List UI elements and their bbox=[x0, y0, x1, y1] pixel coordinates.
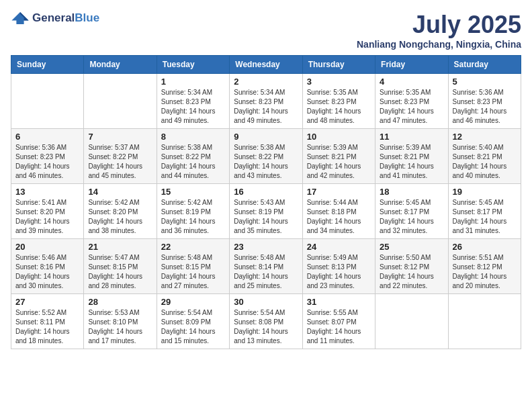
day-number: 31 bbox=[307, 297, 371, 307]
day-info: Sunrise: 5:55 AMSunset: 8:07 PMDaylight:… bbox=[307, 308, 371, 346]
day-info: Sunrise: 5:34 AMSunset: 8:23 PMDaylight:… bbox=[161, 88, 225, 126]
day-number: 5 bbox=[453, 77, 517, 87]
day-info: Sunrise: 5:53 AMSunset: 8:10 PMDaylight:… bbox=[88, 308, 152, 346]
calendar-cell: 27 Sunrise: 5:52 AMSunset: 8:11 PMDaylig… bbox=[11, 294, 84, 349]
day-info: Sunrise: 5:48 AMSunset: 8:14 PMDaylight:… bbox=[234, 253, 298, 291]
calendar-cell bbox=[84, 74, 157, 129]
calendar-cell: 22 Sunrise: 5:48 AMSunset: 8:15 PMDaylig… bbox=[157, 239, 229, 294]
weekday-header-tuesday: Tuesday bbox=[157, 56, 229, 74]
day-number: 16 bbox=[234, 187, 298, 197]
title-area: July 2025 Nanliang Nongchang, Ningxia, C… bbox=[357, 11, 521, 50]
day-info: Sunrise: 5:35 AMSunset: 8:23 PMDaylight:… bbox=[307, 88, 371, 126]
day-number: 14 bbox=[88, 187, 152, 197]
day-number: 26 bbox=[453, 242, 517, 252]
day-info: Sunrise: 5:54 AMSunset: 8:08 PMDaylight:… bbox=[234, 308, 298, 346]
day-number: 23 bbox=[234, 242, 298, 252]
day-info: Sunrise: 5:34 AMSunset: 8:23 PMDaylight:… bbox=[234, 88, 298, 126]
calendar-cell: 16 Sunrise: 5:43 AMSunset: 8:19 PMDaylig… bbox=[230, 184, 302, 239]
weekday-header-monday: Monday bbox=[84, 56, 157, 74]
calendar-cell bbox=[375, 294, 448, 349]
day-info: Sunrise: 5:50 AMSunset: 8:12 PMDaylight:… bbox=[380, 253, 443, 291]
day-info: Sunrise: 5:48 AMSunset: 8:15 PMDaylight:… bbox=[161, 253, 225, 291]
day-number: 20 bbox=[15, 242, 79, 252]
day-number: 15 bbox=[161, 187, 225, 197]
day-number: 18 bbox=[380, 187, 443, 197]
day-number: 8 bbox=[161, 132, 225, 142]
calendar-cell: 9 Sunrise: 5:38 AMSunset: 8:22 PMDayligh… bbox=[230, 129, 302, 184]
day-info: Sunrise: 5:54 AMSunset: 8:09 PMDaylight:… bbox=[161, 308, 225, 346]
weekday-header-wednesday: Wednesday bbox=[230, 56, 302, 74]
day-info: Sunrise: 5:39 AMSunset: 8:21 PMDaylight:… bbox=[307, 143, 371, 181]
day-info: Sunrise: 5:36 AMSunset: 8:23 PMDaylight:… bbox=[453, 88, 517, 126]
week-row-1: 1 Sunrise: 5:34 AMSunset: 8:23 PMDayligh… bbox=[11, 74, 521, 129]
day-number: 24 bbox=[307, 242, 371, 252]
calendar-cell: 8 Sunrise: 5:38 AMSunset: 8:22 PMDayligh… bbox=[157, 129, 229, 184]
calendar-cell: 29 Sunrise: 5:54 AMSunset: 8:09 PMDaylig… bbox=[157, 294, 229, 349]
day-number: 22 bbox=[161, 242, 225, 252]
calendar-cell: 15 Sunrise: 5:42 AMSunset: 8:19 PMDaylig… bbox=[157, 184, 229, 239]
day-number: 25 bbox=[380, 242, 443, 252]
calendar-table: SundayMondayTuesdayWednesdayThursdayFrid… bbox=[11, 55, 521, 349]
day-number: 4 bbox=[380, 77, 443, 87]
day-number: 17 bbox=[307, 187, 371, 197]
day-info: Sunrise: 5:42 AMSunset: 8:20 PMDaylight:… bbox=[88, 198, 152, 236]
location-title: Nanliang Nongchang, Ningxia, China bbox=[357, 39, 521, 50]
calendar-cell: 30 Sunrise: 5:54 AMSunset: 8:08 PMDaylig… bbox=[230, 294, 302, 349]
day-info: Sunrise: 5:52 AMSunset: 8:11 PMDaylight:… bbox=[15, 308, 79, 346]
day-info: Sunrise: 5:43 AMSunset: 8:19 PMDaylight:… bbox=[234, 198, 298, 236]
day-info: Sunrise: 5:35 AMSunset: 8:23 PMDaylight:… bbox=[380, 88, 443, 126]
day-number: 30 bbox=[234, 297, 298, 307]
calendar-cell: 26 Sunrise: 5:51 AMSunset: 8:12 PMDaylig… bbox=[448, 239, 521, 294]
day-info: Sunrise: 5:38 AMSunset: 8:22 PMDaylight:… bbox=[234, 143, 298, 181]
day-number: 28 bbox=[88, 297, 152, 307]
day-number: 29 bbox=[161, 297, 225, 307]
calendar-cell: 7 Sunrise: 5:37 AMSunset: 8:22 PMDayligh… bbox=[84, 129, 157, 184]
calendar-cell: 17 Sunrise: 5:44 AMSunset: 8:18 PMDaylig… bbox=[302, 184, 375, 239]
day-info: Sunrise: 5:46 AMSunset: 8:16 PMDaylight:… bbox=[15, 253, 79, 291]
calendar-cell: 20 Sunrise: 5:46 AMSunset: 8:16 PMDaylig… bbox=[11, 239, 84, 294]
day-info: Sunrise: 5:45 AMSunset: 8:17 PMDaylight:… bbox=[453, 198, 517, 236]
day-number: 7 bbox=[88, 132, 152, 142]
calendar-cell: 3 Sunrise: 5:35 AMSunset: 8:23 PMDayligh… bbox=[302, 74, 375, 129]
day-info: Sunrise: 5:36 AMSunset: 8:23 PMDaylight:… bbox=[15, 143, 79, 181]
calendar-cell: 13 Sunrise: 5:41 AMSunset: 8:20 PMDaylig… bbox=[11, 184, 84, 239]
calendar-cell: 25 Sunrise: 5:50 AMSunset: 8:12 PMDaylig… bbox=[375, 239, 448, 294]
calendar-cell: 31 Sunrise: 5:55 AMSunset: 8:07 PMDaylig… bbox=[302, 294, 375, 349]
weekday-header-thursday: Thursday bbox=[302, 56, 375, 74]
calendar-cell: 21 Sunrise: 5:47 AMSunset: 8:15 PMDaylig… bbox=[84, 239, 157, 294]
day-info: Sunrise: 5:41 AMSunset: 8:20 PMDaylight:… bbox=[15, 198, 79, 236]
day-number: 10 bbox=[307, 132, 371, 142]
day-info: Sunrise: 5:39 AMSunset: 8:21 PMDaylight:… bbox=[380, 143, 443, 181]
calendar-cell: 12 Sunrise: 5:40 AMSunset: 8:21 PMDaylig… bbox=[448, 129, 521, 184]
logo-general-text: GeneralBlue bbox=[32, 12, 99, 25]
calendar-cell: 4 Sunrise: 5:35 AMSunset: 8:23 PMDayligh… bbox=[375, 74, 448, 129]
weekday-header-sunday: Sunday bbox=[11, 56, 84, 74]
calendar-cell: 1 Sunrise: 5:34 AMSunset: 8:23 PMDayligh… bbox=[157, 74, 229, 129]
weekday-header-friday: Friday bbox=[375, 56, 448, 74]
calendar-cell: 6 Sunrise: 5:36 AMSunset: 8:23 PMDayligh… bbox=[11, 129, 84, 184]
calendar-cell bbox=[448, 294, 521, 349]
day-info: Sunrise: 5:38 AMSunset: 8:22 PMDaylight:… bbox=[161, 143, 225, 181]
day-number: 6 bbox=[15, 132, 79, 142]
day-info: Sunrise: 5:51 AMSunset: 8:12 PMDaylight:… bbox=[453, 253, 517, 291]
logo: GeneralBlue bbox=[11, 11, 99, 26]
calendar-cell: 18 Sunrise: 5:45 AMSunset: 8:17 PMDaylig… bbox=[375, 184, 448, 239]
week-row-2: 6 Sunrise: 5:36 AMSunset: 8:23 PMDayligh… bbox=[11, 129, 521, 184]
day-number: 11 bbox=[380, 132, 443, 142]
day-number: 13 bbox=[15, 187, 79, 197]
day-number: 21 bbox=[88, 242, 152, 252]
day-info: Sunrise: 5:37 AMSunset: 8:22 PMDaylight:… bbox=[88, 143, 152, 181]
header: GeneralBlue July 2025 Nanliang Nongchang… bbox=[11, 11, 521, 50]
calendar-cell bbox=[11, 74, 84, 129]
day-info: Sunrise: 5:40 AMSunset: 8:21 PMDaylight:… bbox=[453, 143, 517, 181]
weekday-header-saturday: Saturday bbox=[448, 56, 521, 74]
day-info: Sunrise: 5:42 AMSunset: 8:19 PMDaylight:… bbox=[161, 198, 225, 236]
day-number: 19 bbox=[453, 187, 517, 197]
calendar-cell: 23 Sunrise: 5:48 AMSunset: 8:14 PMDaylig… bbox=[230, 239, 302, 294]
calendar-cell: 10 Sunrise: 5:39 AMSunset: 8:21 PMDaylig… bbox=[302, 129, 375, 184]
day-number: 3 bbox=[307, 77, 371, 87]
week-row-4: 20 Sunrise: 5:46 AMSunset: 8:16 PMDaylig… bbox=[11, 239, 521, 294]
day-number: 27 bbox=[15, 297, 79, 307]
day-number: 12 bbox=[453, 132, 517, 142]
day-info: Sunrise: 5:49 AMSunset: 8:13 PMDaylight:… bbox=[307, 253, 371, 291]
